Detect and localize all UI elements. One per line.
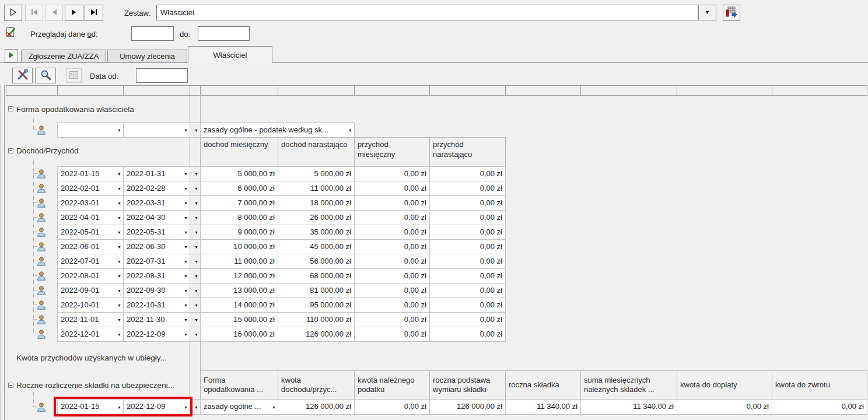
income-row: 2022-11-01▼2022-11-30▼▼15 000,00 zł110 0… — [0, 312, 868, 327]
date-to-dropdown[interactable]: 2022-07-31▼ — [123, 254, 190, 269]
chevron-down-icon: ▼ — [184, 216, 188, 220]
edit-filter-icon[interactable] — [6, 27, 16, 39]
date-to-dropdown[interactable]: 2022-12-09▼ — [123, 327, 190, 342]
tab-wlasciciel[interactable]: Właściciel — [188, 46, 272, 63]
value-cell: 9 000,00 zł — [200, 225, 278, 240]
row-options-dropdown[interactable]: ▼ — [190, 399, 201, 415]
value-cell: 68 000,00 zł — [278, 268, 355, 284]
settings-button[interactable] — [12, 68, 33, 83]
value-cell: 0,00 zł — [354, 254, 430, 269]
value-cell: 0,00 zł — [354, 298, 430, 313]
search-button[interactable] — [35, 68, 56, 83]
date-to-dropdown[interactable]: 2022-04-30▼ — [123, 210, 190, 225]
date-from-dropdown[interactable]: 2022-01-15▼ — [57, 399, 124, 415]
value-cell: 0,00 zł — [354, 268, 430, 284]
date-to-dropdown[interactable]: 2022-06-30▼ — [123, 239, 190, 254]
income-row: 2022-10-01▼2022-10-31▼▼14 000,00 zł95 00… — [0, 298, 868, 313]
value-cell: 11 000,00 zł — [278, 181, 355, 196]
chevron-down-icon: ▼ — [184, 172, 188, 176]
last-record-button[interactable] — [85, 5, 103, 21]
value-cell: 0,00 zł — [354, 312, 430, 327]
person-icon — [36, 183, 47, 194]
date-from-dropdown[interactable]: 2022-06-01▼ — [57, 239, 124, 254]
date-from-dropdown[interactable]: 2022-05-01▼ — [57, 225, 124, 240]
value-cell: 11 000,00 zł — [200, 254, 278, 269]
date-to-dropdown[interactable]: 2022-10-31▼ — [123, 298, 190, 313]
arrow-left-icon — [51, 9, 57, 18]
date-from-dropdown[interactable]: 2022-11-01▼ — [57, 312, 124, 327]
value-cell: 45 000,00 zł — [278, 239, 355, 254]
row-options-dropdown[interactable]: ▼ — [190, 166, 201, 181]
tab-label: Zgłoszenie ZUA/ZZA — [29, 52, 99, 61]
zestaw-dropdown-button[interactable]: ▼ — [698, 5, 716, 20]
collapse-icon[interactable] — [8, 106, 13, 111]
date-from-dropdown[interactable]: 2022-03-01▼ — [57, 195, 124, 211]
date-to-dropdown[interactable]: 2022-09-30▼ — [123, 283, 190, 298]
date-to-dropdown[interactable]: 2022-11-30▼ — [123, 312, 190, 327]
tab-umowy-zlecenia[interactable]: Umowy zlecenia — [107, 50, 187, 62]
value-cell: 5 000,00 zł — [200, 166, 278, 181]
date-to-dropdown[interactable]: 2022-08-31▼ — [123, 268, 190, 284]
collapse-icon[interactable] — [8, 148, 13, 153]
data-od-input[interactable] — [136, 68, 188, 83]
date-from-dropdown[interactable]: 2022-02-01▼ — [57, 181, 124, 196]
open-set-button[interactable] — [723, 5, 740, 21]
date-from-dropdown[interactable]: 2022-09-01▼ — [57, 283, 124, 298]
zestaw-combobox[interactable]: Właściciel — [156, 5, 698, 20]
value-cell: 0,00 zł — [354, 195, 430, 211]
row-options-dropdown[interactable]: ▼ — [190, 283, 201, 298]
calendar-button[interactable]: 1 — [66, 68, 82, 83]
row-options-dropdown[interactable]: ▼ — [190, 123, 201, 138]
date-from-dropdown[interactable]: 2022-08-01▼ — [57, 268, 124, 284]
row-options-dropdown[interactable]: ▼ — [190, 254, 201, 269]
previous-record-button[interactable] — [45, 5, 63, 21]
row-options-dropdown[interactable]: ▼ — [190, 225, 201, 240]
tax-form-dropdown[interactable]: zasady ogólne ...▼ — [200, 399, 278, 415]
value-cell: 11 340,00 zł — [580, 399, 677, 415]
tab-scroll-button[interactable] — [5, 49, 18, 62]
date-from-dropdown[interactable]: 2022-10-01▼ — [57, 298, 124, 313]
value-cell: 0,00 zł — [354, 399, 430, 415]
browse-from-input[interactable] — [131, 26, 174, 41]
tax-form-dropdown[interactable]: zasady ogólne - podatek według sk...▼ — [200, 123, 355, 138]
tab-zgloszenie-zua-zza[interactable]: Zgłoszenie ZUA/ZZA — [21, 50, 106, 62]
row-options-dropdown[interactable]: ▼ — [190, 298, 201, 313]
row-options-dropdown[interactable]: ▼ — [190, 268, 201, 284]
chevron-down-icon: ▼ — [117, 405, 121, 409]
row-options-dropdown[interactable]: ▼ — [190, 327, 201, 342]
section-title-kwota-przychodow: Kwota przychodów uzyskanych w ubiegły... — [16, 354, 167, 362]
value-cell: 15 000,00 zł — [200, 312, 278, 327]
date-from-dropdown[interactable]: 2022-07-01▼ — [57, 254, 124, 269]
row-options-dropdown[interactable]: ▼ — [190, 312, 201, 327]
income-row: 2022-01-15▼2022-01-31▼▼5 000,00 zł5 000,… — [0, 166, 868, 181]
row-options-dropdown[interactable]: ▼ — [190, 195, 201, 211]
browse-to-input[interactable] — [198, 26, 250, 41]
date-from-dropdown[interactable]: 2022-12-01▼ — [57, 327, 124, 342]
row-options-dropdown[interactable]: ▼ — [190, 239, 201, 254]
next-record-button[interactable] — [65, 5, 83, 21]
chevron-down-icon: ▼ — [117, 172, 121, 176]
date-to-dropdown[interactable]: 2022-12-09▼ — [123, 399, 190, 415]
date-from-dropdown[interactable]: 2022-01-15▼ — [57, 166, 124, 181]
date-to-dropdown[interactable]: 2022-02-28▼ — [123, 181, 190, 196]
row-options-dropdown[interactable]: ▼ — [190, 210, 201, 225]
date-to-dropdown[interactable]: 2022-03-31▼ — [123, 195, 190, 211]
empty-dropdown[interactable]: ▼ — [123, 123, 190, 138]
date-from-dropdown[interactable]: 2022-04-01▼ — [57, 210, 124, 225]
column-header-roczna-skladka: roczna składka — [505, 370, 581, 400]
collapse-icon[interactable] — [8, 383, 13, 388]
run-button[interactable] — [4, 5, 22, 21]
panel-top-border — [0, 62, 868, 63]
chevron-down-icon: ▼ — [184, 289, 188, 293]
value-cell: 56 000,00 zł — [278, 254, 355, 269]
chevron-down-icon: ▼ — [194, 172, 198, 176]
value-cell: 0,00 zł — [354, 239, 430, 254]
first-record-button[interactable] — [25, 5, 43, 21]
blank-column-header — [278, 85, 355, 96]
date-to-dropdown[interactable]: 2022-05-31▼ — [123, 225, 190, 240]
empty-dropdown[interactable]: ▼ — [57, 123, 124, 138]
value-cell: 0,00 zł — [354, 327, 430, 342]
value-cell: 0,00 zł — [677, 399, 772, 415]
row-options-dropdown[interactable]: ▼ — [190, 181, 201, 196]
date-to-dropdown[interactable]: 2022-01-31▼ — [123, 166, 190, 181]
